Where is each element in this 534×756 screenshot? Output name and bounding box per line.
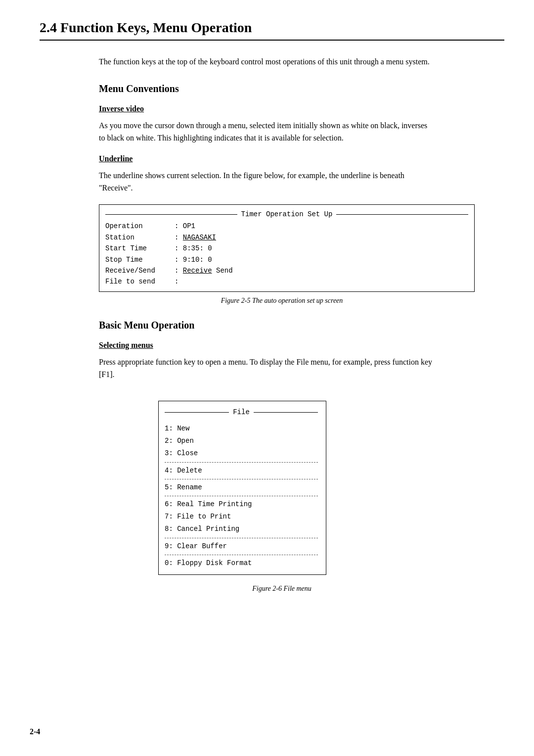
- timer-line-receive-send: Receive/Send : Receive Send: [105, 265, 468, 276]
- subsection-underline: Underline: [99, 154, 504, 163]
- file-menu-container: File 1: New 2: Open 3: Close 4: Delete 5…: [99, 391, 504, 580]
- file-menu-item-9: 9: Clear Buffer: [165, 540, 318, 553]
- file-menu-item-2: 2: Open: [165, 435, 318, 447]
- header-line-left: [105, 214, 237, 215]
- page-number: 2-4: [30, 727, 40, 736]
- file-menu-sep-2: [165, 479, 318, 479]
- timer-label-station: Station: [105, 232, 175, 243]
- file-menu-box: File 1: New 2: Open 3: Close 4: Delete 5…: [158, 401, 326, 575]
- timer-value-start-time: : 8:35: 0: [175, 243, 212, 254]
- file-menu-item-5: 5: Rename: [165, 481, 318, 494]
- file-menu-sep-4: [165, 538, 318, 538]
- timer-label-receive-send: Receive/Send: [105, 265, 175, 276]
- timer-label-operation: Operation: [105, 221, 175, 232]
- timer-value-receive-send: : Receive Send: [175, 265, 233, 276]
- subsection-inverse-video: Inverse video: [99, 104, 504, 113]
- file-menu-item-0: 0: Floppy Disk Format: [165, 557, 318, 569]
- timer-line-stop-time: Stop Time : 9:10: 0: [105, 254, 468, 265]
- file-menu-item-8: 8: Cancel Printing: [165, 523, 318, 535]
- selecting-menus-text: Press appropriate function key to open a…: [99, 356, 435, 381]
- timer-screen-title: Timer Operation Set Up: [237, 209, 337, 220]
- timer-label-file-to-send: File to send: [105, 276, 175, 287]
- inverse-video-text: As you move the cursor down through a me…: [99, 119, 435, 144]
- header-line-right: [336, 214, 468, 215]
- timer-line-station: Station : NAGASAKI: [105, 232, 468, 243]
- file-menu-title: File: [229, 406, 254, 419]
- file-menu-sep-5: [165, 555, 318, 555]
- timer-line-file-to-send: File to send :: [105, 276, 468, 287]
- file-menu-item-7: 7: File to Print: [165, 511, 318, 523]
- timer-value-operation: : OP1: [175, 221, 195, 232]
- file-menu-hline-right: [254, 412, 318, 413]
- figure-2-5-caption: Figure 2-5 The auto operation set up scr…: [99, 297, 465, 305]
- timer-label-stop-time: Stop Time: [105, 254, 175, 265]
- timer-label-start-time: Start Time: [105, 243, 175, 254]
- timer-value-station: : NAGASAKI: [175, 232, 216, 243]
- station-value-underlined: NAGASAKI: [183, 234, 216, 241]
- timer-value-file-to-send: :: [175, 276, 178, 287]
- underline-text: The underline shows current selection. I…: [99, 169, 435, 194]
- file-menu-header: File: [165, 406, 318, 419]
- file-menu-item-1: 1: New: [165, 423, 318, 435]
- section-menu-conventions: Menu Conventions: [99, 83, 504, 94]
- receive-underlined: Receive: [183, 267, 212, 275]
- file-menu-item-4: 4: Delete: [165, 465, 318, 477]
- file-menu-hline-left: [165, 412, 229, 413]
- file-menu-sep-3: [165, 496, 318, 496]
- timer-value-stop-time: : 9:10: 0: [175, 254, 212, 265]
- intro-text: The function keys at the top of the keyb…: [99, 55, 435, 68]
- timer-screen-header: Timer Operation Set Up: [105, 209, 468, 220]
- page-title: 2.4 Function Keys, Menu Operation: [40, 20, 504, 41]
- timer-line-operation: Operation : OP1: [105, 221, 468, 232]
- timer-line-start-time: Start Time : 8:35: 0: [105, 243, 468, 254]
- section-basic-menu-operation: Basic Menu Operation: [99, 320, 504, 331]
- timer-screen-box: Timer Operation Set Up Operation : OP1 S…: [99, 204, 475, 292]
- file-menu-sep-1: [165, 462, 318, 463]
- subsection-selecting-menus: Selecting menus: [99, 341, 504, 350]
- figure-2-6-caption: Figure 2-6 File menu: [99, 585, 465, 593]
- file-menu-item-3: 3: Close: [165, 447, 318, 460]
- file-menu-item-6: 6: Real Time Printing: [165, 498, 318, 511]
